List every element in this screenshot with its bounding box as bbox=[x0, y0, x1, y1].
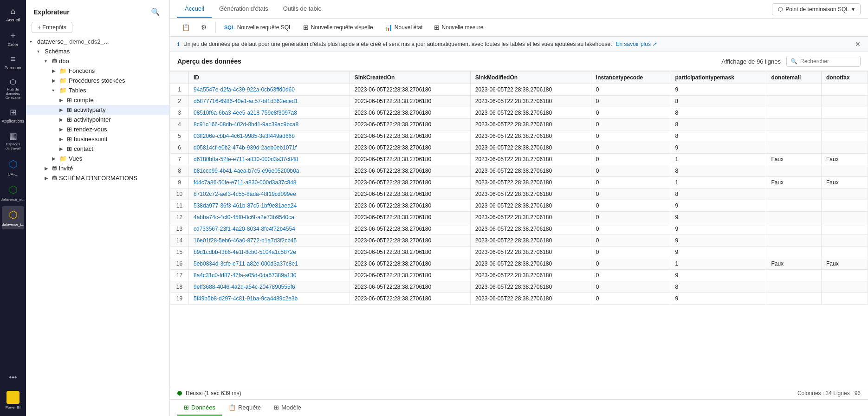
explorer-panel: Explorateur 🔍 + Entrepôts ▾ dataverse_ d… bbox=[26, 0, 170, 416]
tree-node-contact[interactable]: ▶ ⊞ contact bbox=[26, 144, 169, 154]
col-header-instancetypecode: instancetypecode bbox=[591, 72, 670, 84]
toolbar-btn-settings[interactable]: ⚙ bbox=[196, 21, 212, 33]
sidebar-item-dataverse-i[interactable]: ⬡ dataverse_i... bbox=[2, 206, 24, 229]
tree-node-businessunit[interactable]: ▶ ⊞ businessunit bbox=[26, 134, 169, 144]
sinkcreatedon-cell: 2023-06-05T22:28:38.2706180 bbox=[350, 177, 470, 188]
sidebar-item-parcourir[interactable]: ≡ Parcourir bbox=[2, 52, 24, 73]
sinkmodifiedon-cell: 2023-06-05T22:28:38.2706180 bbox=[470, 188, 591, 200]
tree-node-schema-info[interactable]: ▶ ⛃ SCHÉMA D'INFORMATIONS bbox=[26, 173, 169, 183]
tree-node-tables[interactable]: ▾ 📁 Tables bbox=[26, 85, 169, 95]
bottom-tab-modele[interactable]: ⊞ Modèle bbox=[267, 400, 308, 416]
table-row[interactable]: 14 16e01f28-5eb6-46a0-8772-b1a7d3f2cb45 … bbox=[170, 235, 868, 247]
btn-entrepots[interactable]: + Entrepôts bbox=[32, 22, 72, 33]
table-row[interactable]: 18 9eff3688-4046-4a2d-a54c-2047890555f6 … bbox=[170, 281, 868, 293]
dataverse-label: dataverse_ bbox=[37, 38, 67, 45]
tab-generation[interactable]: Génération d'états bbox=[212, 0, 276, 18]
tree-arrow-schemas: ▾ bbox=[37, 49, 45, 54]
table-row[interactable]: 6 d05814cf-e0b2-474b-939d-2aeb0eb1071f 2… bbox=[170, 142, 868, 154]
table-row[interactable]: 1 94a5547e-d2fa-4c39-922a-0cb63ffd0d60 2… bbox=[170, 84, 868, 96]
row-num-cell: 11 bbox=[170, 200, 189, 212]
apps-icon: ⊞ bbox=[10, 107, 17, 117]
table-row[interactable]: 19 5f49b5b8-d297-4c81-91ba-9ca4489c2e3b … bbox=[170, 293, 868, 305]
toolbar-btn-copy[interactable]: 📋 bbox=[177, 21, 194, 33]
table-row[interactable]: 4 8c91c166-08db-402d-8b41-9ac39ac9bca8 2… bbox=[170, 119, 868, 130]
tree-node-procedures[interactable]: ▶ 📁 Procédures stockées bbox=[26, 76, 169, 85]
tree-node-activityparty[interactable]: ▶ ⊞ activityparty bbox=[26, 105, 169, 115]
table-row[interactable]: 11 538da977-36f3-461b-87c5-1bf9e81aea24 … bbox=[170, 200, 868, 212]
donotemail-cell bbox=[766, 119, 822, 130]
tree-node-schemas[interactable]: ▾ Schémas bbox=[26, 46, 169, 56]
sidebar-item-espaces[interactable]: ▦ Espaces de travail bbox=[2, 128, 24, 154]
tree-arrow-dbo: ▾ bbox=[45, 58, 52, 64]
donotemail-cell bbox=[766, 107, 822, 119]
participationtypemask-cell: 9 bbox=[670, 235, 766, 247]
explorer-tree: ▾ dataverse_ demo_cds2_... ▾ Schémas ▾ ⛃… bbox=[26, 37, 169, 416]
table-row[interactable]: 12 4abba74c-4cf0-45f0-8c6f-a2e73b9540ca … bbox=[170, 212, 868, 223]
toolbar-btn-measure[interactable]: ⊞ Nouvelle mesure bbox=[429, 21, 488, 33]
search-input-data[interactable] bbox=[800, 58, 856, 65]
row-num-cell: 8 bbox=[170, 165, 189, 177]
sql-icon: SQL bbox=[224, 25, 235, 30]
instancetypecode-cell: 0 bbox=[591, 188, 670, 200]
tree-node-invite[interactable]: ▶ ⛃ invité bbox=[26, 163, 169, 173]
sinkcreatedon-cell: 2023-06-05T22:28:38.2706180 bbox=[350, 84, 470, 96]
participationtypemask-cell: 9 bbox=[670, 84, 766, 96]
bottom-tab-requete[interactable]: 📋 Requête bbox=[222, 400, 267, 416]
participationtypemask-cell: 9 bbox=[670, 247, 766, 258]
table-row[interactable]: 13 cd733567-23f1-4a20-8034-8fe4f72b4554 … bbox=[170, 223, 868, 235]
table-row[interactable]: 5 03ff206e-cbb4-4c61-9985-3e3f449ad66b 2… bbox=[170, 130, 868, 142]
endpoint-button[interactable]: ⬡ Point de terminaison SQL ▾ bbox=[772, 3, 861, 15]
table-row[interactable]: 10 87102c72-aef3-4c55-8ada-48f19cd099ee … bbox=[170, 188, 868, 200]
explorer-search-button[interactable]: 🔍 bbox=[149, 6, 162, 18]
tree-node-root[interactable]: ▾ dataverse_ demo_cds2_... bbox=[26, 37, 169, 46]
tree-node-compte[interactable]: ▶ ⊞ compte bbox=[26, 95, 169, 105]
toolbar-btn-sql[interactable]: SQL Nouvelle requête SQL bbox=[220, 22, 297, 33]
vues-label: Vues bbox=[69, 155, 82, 162]
table-row[interactable]: 7 d6180b0a-52fe-e711-a830-000d3a37c848 2… bbox=[170, 154, 868, 165]
donotemail-cell: Faux bbox=[766, 154, 822, 165]
table-row[interactable]: 16 5eb0834d-3cfe-e711-a82e-000d3a37c8e1 … bbox=[170, 258, 868, 270]
participationtypemask-cell: 9 bbox=[670, 223, 766, 235]
bottom-tab-donnees[interactable]: ⊞ Données bbox=[177, 400, 222, 416]
table-icon-contact: ⊞ bbox=[67, 145, 72, 152]
sidebar-item-powerbi[interactable]: Power BI bbox=[2, 388, 24, 412]
toolbar-btn-report[interactable]: 📊 Nouvel état bbox=[380, 21, 428, 33]
info-close-button[interactable]: ✕ bbox=[855, 40, 861, 48]
table-row[interactable]: 17 8a4c31c0-fd87-47fa-a05d-0da57389a130 … bbox=[170, 270, 868, 281]
sinkmodifiedon-cell: 2023-06-05T22:28:38.2706180 bbox=[470, 165, 591, 177]
activitypointer-label: activitypointer bbox=[74, 116, 110, 123]
tree-node-dbo[interactable]: ▾ ⛃ dbo bbox=[26, 56, 169, 66]
table-row[interactable]: 9 f44c7a86-50fe-e711-a830-000d3a37c848 2… bbox=[170, 177, 868, 188]
explorer-header: Explorateur 🔍 bbox=[26, 0, 169, 22]
tree-node-activitypointer[interactable]: ▶ ⊞ activitypointer bbox=[26, 115, 169, 124]
sidebar-item-dataverse-m[interactable]: ⬡ dataverse_m... bbox=[2, 181, 24, 204]
participationtypemask-cell: 8 bbox=[670, 165, 766, 177]
tab-accueil[interactable]: Accueil bbox=[177, 0, 212, 18]
status-text: Réussi (1 sec 639 ms) bbox=[186, 390, 241, 396]
sidebar-item-creer[interactable]: ＋ Créer bbox=[2, 27, 24, 50]
data-table-container[interactable]: ID SinkCreatedOn SinkModifiedOn instance… bbox=[170, 71, 868, 387]
table-row[interactable]: 3 08510f6a-6ba3-4ee5-a218-759e8f3097a8 2… bbox=[170, 107, 868, 119]
tree-node-rendezvous[interactable]: ▶ ⊞ rendez-vous bbox=[26, 124, 169, 134]
sidebar-item-applications[interactable]: ⊞ Applications bbox=[2, 104, 24, 126]
sidebar-item-hub[interactable]: ⬡ Hub de données OneLake bbox=[2, 75, 24, 103]
table-row[interactable]: 8 b81ccb99-4b41-4aea-b7c5-e96e05200b0a 2… bbox=[170, 165, 868, 177]
info-learn-more-link[interactable]: En savoir plus ↗ bbox=[616, 41, 657, 47]
tab-outils[interactable]: Outils de table bbox=[276, 0, 329, 18]
sidebar-item-accueil[interactable]: ⌂ Accueil bbox=[2, 4, 24, 25]
sidebar-item-ca[interactable]: ⬡ CA-... bbox=[2, 156, 24, 179]
sidebar-item-more[interactable]: ••• bbox=[2, 370, 24, 384]
table-row[interactable]: 15 b9d1cdbb-f3b6-4e1f-8cb0-5104a1c5872e … bbox=[170, 247, 868, 258]
sinkmodifiedon-cell: 2023-06-05T22:28:38.2706180 bbox=[470, 293, 591, 305]
tree-node-fonctions[interactable]: ▶ 📁 Fonctions bbox=[26, 66, 169, 76]
sinkmodifiedon-cell: 2023-06-05T22:28:38.2706180 bbox=[470, 96, 591, 107]
tree-node-vues[interactable]: ▶ 📁 Vues bbox=[26, 154, 169, 163]
participationtypemask-cell: 8 bbox=[670, 188, 766, 200]
donotfax-cell bbox=[821, 188, 868, 200]
instancetypecode-cell: 0 bbox=[591, 235, 670, 247]
dbo-label: dbo bbox=[59, 58, 69, 65]
table-row[interactable]: 2 d5877716-6986-40e1-ac57-bf1d362eced1 2… bbox=[170, 96, 868, 107]
toolbar-btn-visual[interactable]: ⊞ Nouvelle requête visuelle bbox=[298, 21, 378, 33]
settings-icon: ⚙ bbox=[201, 24, 207, 31]
info-bar: ℹ Un jeu de données par défaut pour une … bbox=[170, 37, 868, 52]
